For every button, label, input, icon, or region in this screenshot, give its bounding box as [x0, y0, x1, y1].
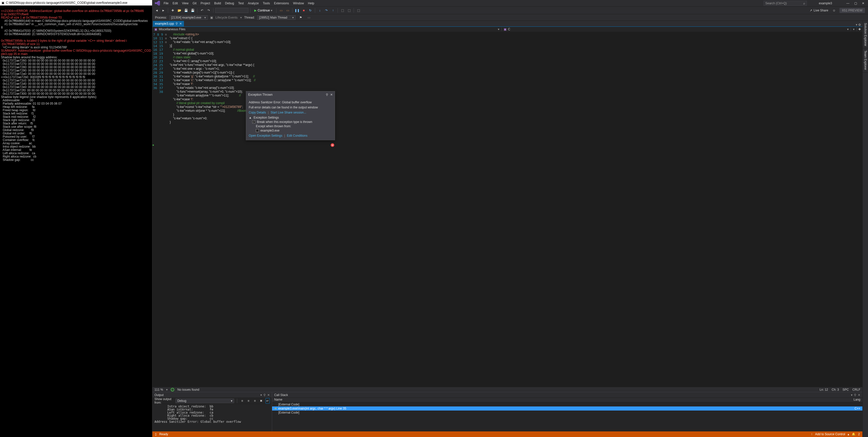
output-btn-2[interactable]: ≡ [246, 398, 251, 404]
menu-build[interactable]: Build [212, 1, 223, 6]
restart-button[interactable]: ↻ [308, 8, 313, 13]
col-indicator[interactable]: Ch: 3 [832, 388, 839, 392]
callstack-dropdown-icon[interactable]: ▾ [851, 393, 852, 397]
close-button[interactable]: ✕ [859, 1, 867, 6]
tab-solution-explorer[interactable]: Solution Explorer [863, 21, 868, 48]
output-clear-button[interactable]: ✖ [259, 398, 264, 404]
code-content[interactable]: #include <string.h>"c-kw">struct C { "c-… [169, 32, 862, 387]
callstack-close-icon[interactable]: ✕ [858, 393, 860, 397]
exception-close-icon[interactable]: ✕ [330, 93, 333, 97]
nav-member-dropdown[interactable]: ▾ [851, 28, 857, 31]
liveshare-button[interactable]: ↗ Live Share [808, 9, 830, 12]
notification-icon[interactable]: 🔔 [852, 432, 856, 436]
start-liveshare-link[interactable]: Start Live Share session... [271, 111, 306, 114]
debug-target-button[interactable]: ▭ [278, 8, 284, 13]
step-into-button[interactable]: ↓ [317, 8, 322, 13]
issues-label[interactable]: No issues found [177, 388, 199, 392]
open-exc-settings-link[interactable]: Open Exception Settings [249, 134, 282, 137]
exception-pin-icon[interactable]: ⚲ [326, 93, 328, 97]
menu-file[interactable]: File [161, 1, 170, 6]
tab-dropdown-icon[interactable]: ▾ [856, 23, 857, 27]
config-dropdown[interactable] [215, 8, 248, 13]
menu-edit[interactable]: Edit [170, 1, 180, 6]
callstack-row[interactable]: ➜example3.exe!main(int argc, char * * ar… [272, 406, 862, 410]
menu-window[interactable]: Window [291, 1, 306, 6]
line-indicator[interactable]: Ln: 12 [819, 388, 828, 392]
menu-test[interactable]: Test [236, 1, 246, 6]
output-pin-icon[interactable]: ⚲ [264, 393, 266, 397]
pause-button[interactable]: ❚❚ [294, 8, 300, 13]
debug-tb-3[interactable]: ⬚ [356, 8, 361, 13]
menu-tools[interactable]: Tools [260, 1, 272, 6]
save-button[interactable]: 💾 [183, 8, 189, 13]
callstack-col-lang[interactable]: Lang [854, 398, 860, 402]
menu-git[interactable]: Git [191, 1, 198, 6]
minimize-button[interactable]: ― [844, 1, 852, 6]
callstack-col-name[interactable]: Name [274, 398, 282, 402]
spaces-indicator[interactable]: SPC [842, 388, 849, 392]
nav-back-button[interactable]: ◄ [154, 8, 159, 13]
settings-toggle-icon[interactable]: ▲ [249, 116, 252, 120]
output-wrap-button[interactable]: ↵ [266, 398, 270, 404]
debug-windows-button[interactable]: ▭ [285, 8, 290, 13]
open-file-button[interactable]: 📂 [177, 8, 182, 13]
thread-dropdown[interactable]: [28952] Main Thread▾ [257, 15, 296, 20]
tab-settings-icon[interactable]: ✿ [858, 23, 861, 27]
eol-indicator[interactable]: CRLF [852, 388, 860, 392]
new-file-button[interactable]: ✚ [170, 8, 176, 13]
lifecycle-label[interactable]: Lifecycle Events [216, 16, 238, 19]
liveshare-icon: ↗ [810, 9, 812, 12]
console-titlebar[interactable]: ▣ C:\MSDN\cpp-docs-pr\docs\c-language\AS… [0, 0, 152, 6]
search-input[interactable]: Search (Ctrl+Q) ⌕ [764, 1, 807, 6]
redo-button[interactable]: ↷ [206, 8, 212, 13]
output-source-dropdown[interactable]: Debug▾ [176, 399, 234, 403]
nav-scope-dropdown[interactable]: ▣ Miscellaneous Files▾ [152, 28, 502, 31]
maximize-button[interactable]: ▢ [852, 1, 859, 6]
flag-button[interactable]: ⚑ [298, 15, 304, 20]
menu-view[interactable]: View [180, 1, 191, 6]
tab-team-explorer[interactable]: Team Explorer [863, 48, 868, 72]
scm-up-icon[interactable]: ▴ [848, 432, 849, 436]
debug-tb-1[interactable]: ⬚ [340, 8, 345, 13]
zoom-level[interactable]: 111 % [154, 388, 163, 392]
step-out-button[interactable]: ↑ [330, 8, 336, 13]
tab-example3[interactable]: example3.cpp ⚲ ✕ [153, 21, 184, 27]
feedback-button[interactable]: ☺ [831, 8, 837, 13]
scm-label[interactable]: Add to Source Control [815, 432, 845, 436]
undo-button[interactable]: ↶ [199, 8, 205, 13]
vs-logo-icon [155, 1, 160, 6]
output-text[interactable]: Intra object redzone: bb ASan internal: … [152, 404, 272, 431]
output-close-icon[interactable]: ✕ [267, 393, 270, 397]
stop-button[interactable]: ■ [301, 8, 307, 13]
save-all-button[interactable]: 💾 [190, 8, 195, 13]
edit-conditions-link[interactable]: Edit Conditions [287, 134, 308, 137]
copy-details-link[interactable]: Copy Details [249, 111, 266, 114]
nav-fwd-button[interactable]: ► [160, 8, 166, 13]
menu-project[interactable]: Project [198, 1, 212, 6]
nav-type-dropdown[interactable]: ▣ C▾ [502, 28, 851, 31]
menu-help[interactable]: Help [306, 1, 316, 6]
visual-studio-window: File Edit View Git Project Build Debug T… [152, 0, 868, 437]
callstack-pin-icon[interactable]: ⚲ [854, 393, 856, 397]
callstack-row[interactable]: [External Code] [272, 410, 862, 414]
fold-margin[interactable]: ⊟ ⊟ ⊟ [165, 32, 169, 387]
stack-frame-button[interactable]: ▭ [306, 15, 312, 20]
output-dropdown-icon[interactable]: ▾ [260, 393, 262, 397]
debug-tb-2[interactable]: ⬚ [346, 8, 352, 13]
output-btn-1[interactable]: ≡ [240, 398, 244, 404]
menu-debug[interactable]: Debug [223, 1, 236, 6]
step-over-button[interactable]: ↷ [323, 8, 329, 13]
close-tab-icon[interactable]: ✕ [179, 22, 182, 26]
module-checkbox[interactable] [256, 129, 259, 132]
iis-preview-badge[interactable]: IIS1 PREVIEW [839, 8, 865, 13]
break-checkbox[interactable]: ✓ [252, 121, 255, 124]
split-editor-button[interactable]: ✚ [857, 28, 862, 31]
pin-icon[interactable]: ⚲ [176, 22, 178, 26]
menu-extensions[interactable]: Extensions [272, 1, 291, 6]
output-btn-3[interactable]: ≡ [253, 398, 257, 404]
continue-button[interactable]: ▶ Continue ▾ [252, 8, 274, 13]
code-editor[interactable]: 7 8 9 10 11 12 13 14 15 16 17 18 19 20 2… [152, 32, 862, 387]
process-dropdown[interactable]: [21304] example3.exe▾ [169, 15, 208, 20]
callstack-row[interactable]: [External Code] [272, 402, 862, 406]
menu-analyze[interactable]: Analyze [246, 1, 261, 6]
